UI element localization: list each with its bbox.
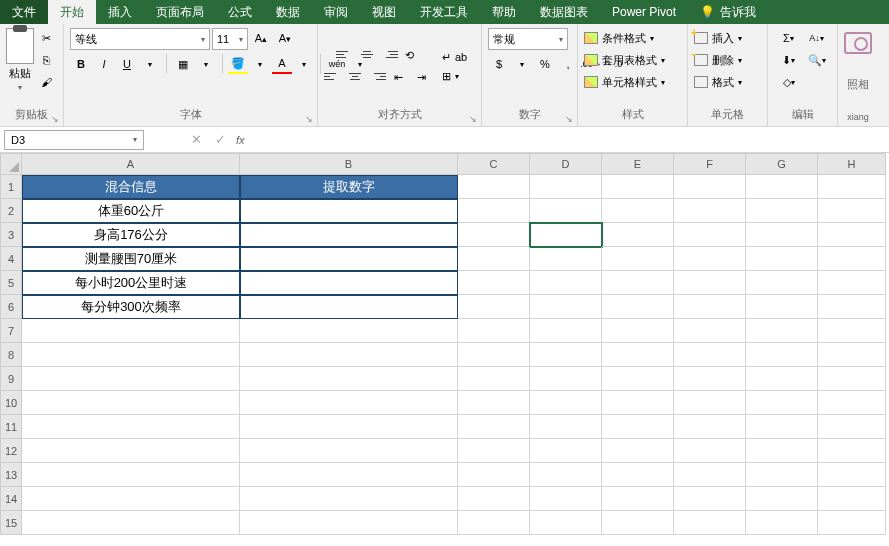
name-box[interactable]: D3▾: [4, 130, 144, 150]
cell-B9[interactable]: [240, 367, 458, 391]
tab-power-pivot[interactable]: Power Pivot: [600, 0, 688, 24]
increase-font-button[interactable]: A▴: [250, 28, 272, 48]
cell-D15[interactable]: [530, 511, 602, 535]
column-header-H[interactable]: H: [818, 153, 886, 175]
column-header-F[interactable]: F: [674, 153, 746, 175]
cell-A3[interactable]: 身高176公分: [22, 223, 240, 247]
cell-D1[interactable]: [530, 175, 602, 199]
paste-dropdown-icon[interactable]: ▾: [6, 83, 34, 92]
find-button[interactable]: 🔍▾: [806, 50, 828, 70]
currency-button[interactable]: $: [488, 54, 510, 74]
bold-button[interactable]: B: [70, 54, 92, 74]
cell-C6[interactable]: [458, 295, 530, 319]
tab-review[interactable]: 审阅: [312, 0, 360, 24]
fx-icon[interactable]: fx: [236, 134, 245, 146]
copy-button[interactable]: ⎘: [36, 50, 58, 70]
cell-G7[interactable]: [746, 319, 818, 343]
cell-C12[interactable]: [458, 439, 530, 463]
font-size-select[interactable]: 11▾: [212, 28, 248, 50]
cell-B13[interactable]: [240, 463, 458, 487]
currency-dropdown-icon[interactable]: ▾: [511, 54, 533, 74]
cell-H1[interactable]: [818, 175, 886, 199]
cell-F9[interactable]: [674, 367, 746, 391]
cell-G8[interactable]: [746, 343, 818, 367]
row-header-3[interactable]: 3: [0, 223, 22, 247]
cell-F2[interactable]: [674, 199, 746, 223]
cell-H11[interactable]: [818, 415, 886, 439]
clipboard-launcher-icon[interactable]: ↘: [51, 114, 61, 124]
column-header-C[interactable]: C: [458, 153, 530, 175]
cell-A10[interactable]: [22, 391, 240, 415]
column-header-A[interactable]: A: [22, 153, 240, 175]
cell-B6[interactable]: [240, 295, 458, 319]
cell-A1[interactable]: 混合信息: [22, 175, 240, 199]
cell-H13[interactable]: [818, 463, 886, 487]
comma-button[interactable]: ,: [557, 54, 579, 74]
column-header-D[interactable]: D: [530, 153, 602, 175]
decrease-font-button[interactable]: A▾: [274, 28, 296, 48]
cell-G2[interactable]: [746, 199, 818, 223]
cell-E2[interactable]: [602, 199, 674, 223]
cell-B8[interactable]: [240, 343, 458, 367]
row-header-1[interactable]: 1: [0, 175, 22, 199]
align-left-button[interactable]: [324, 68, 344, 86]
cell-H2[interactable]: [818, 199, 886, 223]
row-header-13[interactable]: 13: [0, 463, 22, 487]
cell-A7[interactable]: [22, 319, 240, 343]
cell-F3[interactable]: [674, 223, 746, 247]
cell-B1[interactable]: 提取数字: [240, 175, 458, 199]
insert-cells-button[interactable]: 插入▾: [694, 28, 742, 48]
cell-F11[interactable]: [674, 415, 746, 439]
align-middle-button[interactable]: [357, 46, 377, 64]
cell-D9[interactable]: [530, 367, 602, 391]
cell-style-button[interactable]: 单元格样式▾: [584, 72, 665, 92]
font-name-select[interactable]: 等线▾: [70, 28, 210, 50]
fill-color-dropdown-icon[interactable]: ▾: [249, 54, 271, 74]
cell-D10[interactable]: [530, 391, 602, 415]
tab-help[interactable]: 帮助: [480, 0, 528, 24]
underline-button[interactable]: U: [116, 54, 138, 74]
paste-icon[interactable]: [6, 28, 34, 64]
clear-button[interactable]: ◇▾: [778, 72, 800, 92]
underline-dropdown-icon[interactable]: ▾: [139, 54, 161, 74]
cell-C3[interactable]: [458, 223, 530, 247]
cell-E4[interactable]: [602, 247, 674, 271]
cell-A15[interactable]: [22, 511, 240, 535]
font-launcher-icon[interactable]: ↘: [305, 114, 315, 124]
cell-G3[interactable]: [746, 223, 818, 247]
cell-B12[interactable]: [240, 439, 458, 463]
merge-button[interactable]: ⊞▾: [442, 70, 467, 83]
cell-C1[interactable]: [458, 175, 530, 199]
cell-E15[interactable]: [602, 511, 674, 535]
cell-B3[interactable]: [240, 223, 458, 247]
tell-me[interactable]: 💡 告诉我: [700, 4, 756, 21]
align-center-button[interactable]: [345, 68, 365, 86]
cell-E7[interactable]: [602, 319, 674, 343]
cell-D5[interactable]: [530, 271, 602, 295]
formula-input[interactable]: [245, 130, 889, 150]
cell-B7[interactable]: [240, 319, 458, 343]
cell-G5[interactable]: [746, 271, 818, 295]
cell-E9[interactable]: [602, 367, 674, 391]
cell-E1[interactable]: [602, 175, 674, 199]
sort-filter-button[interactable]: A↓▾: [806, 28, 828, 48]
autosum-button[interactable]: Σ▾: [778, 28, 800, 48]
cell-B2[interactable]: [240, 199, 458, 223]
column-header-E[interactable]: E: [602, 153, 674, 175]
cell-D7[interactable]: [530, 319, 602, 343]
tab-data[interactable]: 数据: [264, 0, 312, 24]
cell-G13[interactable]: [746, 463, 818, 487]
cell-E12[interactable]: [602, 439, 674, 463]
row-header-4[interactable]: 4: [0, 247, 22, 271]
cell-D2[interactable]: [530, 199, 602, 223]
cell-H5[interactable]: [818, 271, 886, 295]
cell-D3[interactable]: [530, 223, 602, 247]
cell-E8[interactable]: [602, 343, 674, 367]
cell-E13[interactable]: [602, 463, 674, 487]
select-all-corner[interactable]: [0, 153, 22, 175]
tab-data-chart[interactable]: 数据图表: [528, 0, 600, 24]
cell-D4[interactable]: [530, 247, 602, 271]
delete-cells-button[interactable]: 删除▾: [694, 50, 742, 70]
cell-H15[interactable]: [818, 511, 886, 535]
cut-button[interactable]: ✂: [36, 28, 58, 48]
